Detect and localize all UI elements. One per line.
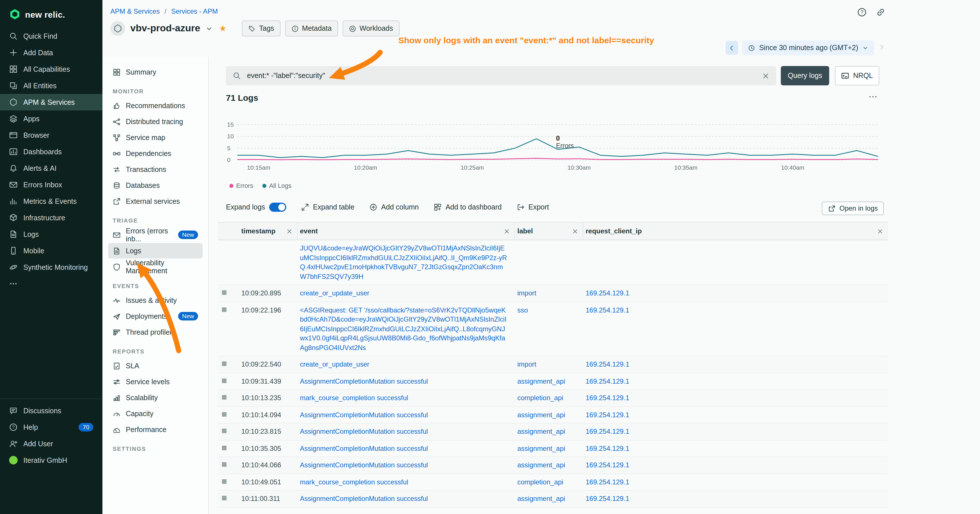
ip-link[interactable]: 169.254.129.1 xyxy=(585,360,630,368)
row-checkbox[interactable] xyxy=(222,429,226,433)
subnav-item-external-services[interactable]: External services xyxy=(108,194,203,209)
label-link[interactable]: assignment_api xyxy=(517,428,565,436)
sidebar-item-quick-find[interactable]: Quick Find xyxy=(0,28,102,45)
logs-timeseries-chart[interactable]: 05101510:15am10:20am10:25am10:30am10:35a… xyxy=(226,116,880,172)
event-link[interactable]: AssignmentCompletionMutation successful xyxy=(300,428,428,436)
sidebar-item-dashboards[interactable]: Dashboards xyxy=(0,143,102,160)
table-row[interactable]: 10:10:44.066 AssignmentCompletionMutatio… xyxy=(218,457,888,474)
subnav-item-capacity[interactable]: Capacity xyxy=(108,406,203,421)
row-checkbox[interactable] xyxy=(222,378,226,383)
row-checkbox[interactable] xyxy=(222,446,226,450)
column-request-client-ip[interactable]: request_client_ip xyxy=(583,223,888,240)
help-circle-icon[interactable] xyxy=(857,7,867,17)
expand-logs-toggle[interactable] xyxy=(269,203,286,212)
sidebar-item-mobile[interactable]: Mobile xyxy=(0,242,102,259)
ip-link[interactable]: 169.254.129.1 xyxy=(585,444,630,452)
label-link[interactable]: completion_api xyxy=(517,394,563,402)
label-link[interactable]: assignment_api xyxy=(517,377,565,385)
query-logs-button[interactable]: Query logs xyxy=(781,66,829,85)
remove-column-icon[interactable] xyxy=(286,228,293,234)
ip-link[interactable]: 169.254.129.1 xyxy=(585,306,630,314)
remove-column-icon[interactable] xyxy=(877,228,883,234)
ip-link[interactable]: 169.254.129.1 xyxy=(585,394,630,402)
subnav-item-sla[interactable]: SLA xyxy=(108,358,203,373)
ip-link[interactable]: 169.254.129.1 xyxy=(585,377,630,385)
legend-all-logs[interactable]: All Logs xyxy=(262,182,291,189)
column-event[interactable]: event xyxy=(298,223,515,240)
favorite-star-icon[interactable]: ★ xyxy=(219,23,227,33)
copy-link-icon[interactable] xyxy=(876,7,886,17)
event-link[interactable]: mark_course_completion successful xyxy=(300,394,408,402)
event-link[interactable]: AssignmentCompletionMutation successful xyxy=(300,495,428,503)
subnav-item-thread-profiler[interactable]: Thread profiler xyxy=(108,325,203,340)
row-checkbox[interactable] xyxy=(222,479,226,484)
clear-query-icon[interactable] xyxy=(762,72,770,80)
event-link[interactable]: create_or_update_user xyxy=(300,360,369,368)
label-link[interactable]: assignment_api xyxy=(517,444,565,452)
table-row[interactable]: 10:10:23.815 AssignmentCompletionMutatio… xyxy=(218,423,888,440)
sidebar-item-alerts-ai[interactable]: Alerts & AI xyxy=(0,160,102,177)
sidebar-item-account[interactable]: Iterativ GmbH xyxy=(0,452,102,468)
subnav-item-service-map[interactable]: Service map xyxy=(108,130,203,145)
table-row[interactable]: 10:11:00.311 AssignmentCompletionMutatio… xyxy=(218,491,888,508)
label-link[interactable]: completion_api xyxy=(517,478,563,486)
subnav-item-transactions[interactable]: Transactions xyxy=(108,162,203,177)
label-link[interactable]: import xyxy=(517,360,536,368)
tags-button[interactable]: Tags xyxy=(242,21,280,37)
metadata-button[interactable]: Metadata xyxy=(285,21,338,37)
subnav-item-dependencies[interactable]: Dependencies xyxy=(108,146,203,161)
subnav-item-errors-inbox[interactable]: Errors (errors inb...New xyxy=(108,227,203,242)
ip-link[interactable]: 169.254.129.1 xyxy=(585,495,630,503)
event-link[interactable]: <ASGIRequest: GET '/sso/callback/?state=… xyxy=(300,306,506,352)
ip-link[interactable]: 169.254.129.1 xyxy=(585,428,630,436)
label-link[interactable]: assignment_api xyxy=(517,411,565,419)
label-link[interactable]: import xyxy=(517,289,536,297)
subnav-item-recommendations[interactable]: Recommendations xyxy=(108,98,203,113)
table-row[interactable]: 10:10:13.235 mark_course_completion succ… xyxy=(218,390,888,407)
sidebar-item-errors-inbox[interactable]: Errors Inbox xyxy=(0,177,102,193)
time-forward-button[interactable] xyxy=(878,43,886,53)
subnav-item-performance[interactable]: Performance xyxy=(108,422,203,437)
time-back-button[interactable] xyxy=(725,41,738,55)
table-row[interactable]: 10:09:22.196 <ASGIRequest: GET '/sso/cal… xyxy=(218,302,888,356)
subnav-item-deployments[interactable]: DeploymentsNew xyxy=(108,309,203,324)
expand-table-button[interactable]: Expand table xyxy=(301,203,355,211)
log-query-input[interactable] xyxy=(246,71,757,80)
table-row[interactable]: JUQVU&code=eyJraWQiOiJjcGItY29yZV8wOTl1M… xyxy=(218,240,888,285)
breadcrumb-apm-services[interactable]: APM & Services xyxy=(110,7,160,15)
subnav-item-databases[interactable]: Databases xyxy=(108,178,203,193)
sidebar-item-browser[interactable]: Browser xyxy=(0,127,102,143)
event-link[interactable]: AssignmentCompletionMutation successful xyxy=(300,411,428,419)
breadcrumb-services-apm[interactable]: Services - APM xyxy=(171,7,218,15)
sidebar-item-help[interactable]: Help70 xyxy=(0,419,102,436)
column-timestamp[interactable]: timestamp xyxy=(239,223,298,240)
more-options-icon[interactable]: ⋯ xyxy=(869,91,878,102)
table-row[interactable]: 10:10:14.094 AssignmentCompletionMutatio… xyxy=(218,407,888,423)
subnav-item-issues-activity[interactable]: Issues & activity xyxy=(108,293,203,308)
sidebar-item-all-capabilities[interactable]: All Capabilities xyxy=(0,61,102,77)
sidebar-item-all-entities[interactable]: All Entities xyxy=(0,77,102,94)
sidebar-item-infrastructure[interactable]: Infrastructure xyxy=(0,210,102,226)
sidebar-item-apm-services[interactable]: APM & Services xyxy=(0,94,102,110)
export-button[interactable]: Export xyxy=(517,203,549,211)
table-row[interactable]: 10:10:35.305 AssignmentCompletionMutatio… xyxy=(218,440,888,457)
time-picker[interactable]: Since 30 minutes ago (GMT+2) xyxy=(742,40,874,55)
event-link[interactable]: JUQVU&code=eyJraWQiOiJjcGItY29yZV8wOTl1M… xyxy=(300,244,507,280)
sidebar-more-item[interactable] xyxy=(0,275,102,292)
event-link[interactable]: create_or_update_user xyxy=(300,289,369,297)
subnav-item-summary[interactable]: Summary xyxy=(108,64,203,80)
row-checkbox[interactable] xyxy=(222,290,226,295)
row-checkbox[interactable] xyxy=(222,395,226,399)
remove-column-icon[interactable] xyxy=(504,228,510,234)
sidebar-item-logs[interactable]: Logs xyxy=(0,226,102,242)
row-checkbox[interactable] xyxy=(222,412,226,416)
sidebar-item-apps[interactable]: Apps xyxy=(0,110,102,127)
ip-link[interactable]: 169.254.129.1 xyxy=(585,478,630,486)
row-checkbox[interactable] xyxy=(222,307,226,312)
table-row[interactable]: 10:09:20.895 create_or_update_user impor… xyxy=(218,285,888,302)
remove-column-icon[interactable] xyxy=(572,228,578,234)
table-row[interactable]: 10:09:31.439 AssignmentCompletionMutatio… xyxy=(218,373,888,390)
sidebar-item-add-user[interactable]: Add User xyxy=(0,436,102,452)
logo[interactable]: new relic. xyxy=(0,0,102,28)
table-row[interactable]: 10:09:22.540 create_or_update_user impor… xyxy=(218,356,888,373)
